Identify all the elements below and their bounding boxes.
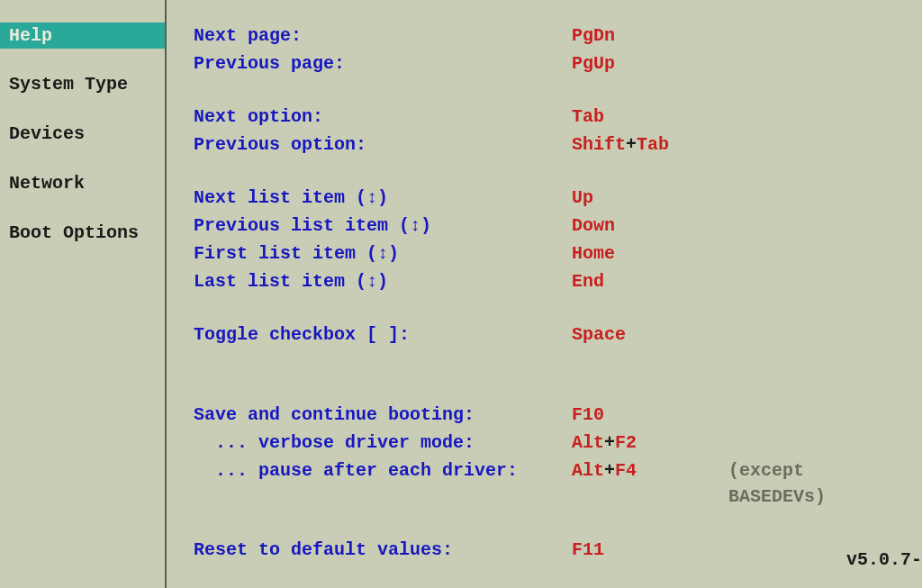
help-key-part: Alt: [572, 432, 604, 453]
help-key: Space: [572, 321, 698, 348]
help-label: First list item (↕): [194, 240, 572, 267]
help-note: (except BASEDEVs): [728, 457, 904, 510]
help-row-prev-option: Previous option: Shift+Tab: [194, 131, 904, 158]
sidebar-item-devices[interactable]: Devices: [0, 120, 165, 148]
help-key: Tab: [572, 104, 698, 130]
help-row-next-list: Next list item (↕) Up: [194, 185, 904, 211]
help-row-next-page: Next page: PgDn: [194, 23, 904, 49]
help-content: Next page: PgDn Previous page: PgUp Next…: [167, 0, 922, 588]
help-label: ... pause after each driver:: [194, 457, 572, 510]
help-row-save: Save and continue booting: F10: [194, 402, 904, 428]
help-key: Shift+Tab: [572, 131, 698, 158]
bios-container: Help System Type Devices Network Boot Op…: [0, 0, 922, 588]
help-row-last-list: Last list item (↕) End: [194, 268, 904, 294]
help-row-verbose: ... verbose driver mode: Alt+F2: [194, 430, 904, 456]
help-key-part: F4: [615, 460, 637, 481]
sidebar-item-help[interactable]: Help: [0, 23, 165, 49]
help-label: Toggle checkbox [ ]:: [194, 321, 572, 348]
help-key: F10: [572, 402, 698, 428]
help-row-prev-list: Previous list item (↕) Down: [194, 213, 904, 239]
help-plus: +: [626, 134, 637, 155]
help-row-next-option: Next option: Tab: [194, 104, 904, 130]
sidebar: Help System Type Devices Network Boot Op…: [0, 0, 167, 588]
help-key: End: [572, 268, 698, 294]
help-key: Alt+F4: [572, 457, 692, 510]
sidebar-item-system-type[interactable]: System Type: [0, 70, 165, 98]
help-label: Last list item (↕): [194, 268, 572, 294]
version-label: v5.0.7-: [846, 549, 922, 570]
help-label: Reset to default values:: [194, 537, 572, 563]
help-key: PgUp: [572, 50, 698, 77]
help-plus: +: [604, 460, 615, 481]
help-key-part: F2: [615, 432, 637, 453]
help-key-part: Shift: [572, 134, 626, 155]
help-label: Next list item (↕): [194, 185, 572, 211]
help-key: F11: [572, 537, 698, 563]
help-key: PgDn: [572, 23, 698, 49]
help-label: Previous list item (↕): [194, 213, 572, 239]
help-row-prev-page: Previous page: PgUp: [194, 50, 904, 77]
help-key: Alt+F2: [572, 430, 698, 456]
help-label: Save and continue booting:: [194, 402, 572, 428]
sidebar-item-network[interactable]: Network: [0, 169, 165, 197]
sidebar-item-boot-options[interactable]: Boot Options: [0, 219, 165, 247]
help-row-first-list: First list item (↕) Home: [194, 240, 904, 267]
help-plus: +: [604, 432, 615, 453]
help-label: Next option:: [194, 104, 572, 130]
help-row-pause: ... pause after each driver: Alt+F4 (exc…: [194, 457, 904, 510]
help-label: ... verbose driver mode:: [194, 430, 572, 456]
help-label: Previous page:: [194, 50, 572, 77]
help-label: Next page:: [194, 23, 572, 49]
help-key: Home: [572, 240, 698, 267]
help-key-part: Alt: [572, 460, 604, 481]
help-key-part: Tab: [637, 134, 669, 155]
help-label: Previous option:: [194, 131, 572, 158]
help-row-toggle: Toggle checkbox [ ]: Space: [194, 321, 904, 348]
help-key: Down: [572, 213, 698, 239]
help-key: Up: [572, 185, 698, 211]
help-row-reset: Reset to default values: F11: [194, 537, 904, 563]
